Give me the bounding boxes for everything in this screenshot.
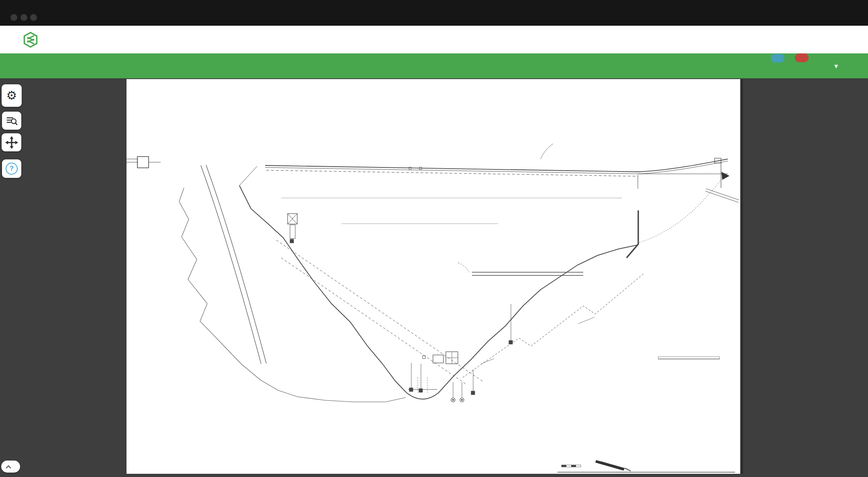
help-tool-button[interactable]: ?	[2, 159, 21, 178]
list-search-icon	[6, 115, 18, 127]
main-header	[0, 26, 868, 53]
gear-icon: ⚙	[6, 90, 17, 102]
window-maximize-button[interactable]	[30, 14, 37, 21]
legend-toggle-button[interactable]	[1, 461, 20, 473]
window-minimize-button[interactable]	[20, 14, 27, 21]
question-circle-icon: ?	[6, 163, 18, 175]
sensemetrics-logo-icon	[23, 32, 38, 48]
image-view-canvas[interactable]	[127, 79, 740, 474]
window-close-button[interactable]	[10, 14, 17, 21]
alerts-badge	[795, 53, 809, 62]
window-titlebar	[0, 0, 868, 26]
layer-search-button[interactable]	[2, 112, 21, 130]
drawing-legend-title	[658, 357, 719, 359]
engineering-drawing	[127, 79, 740, 474]
drawing-legend	[658, 357, 720, 359]
mail-badge	[771, 54, 784, 63]
site-selector[interactable]: ▼	[829, 53, 839, 78]
canvas-scrollbar[interactable]	[740, 79, 743, 474]
chevron-up-icon	[6, 465, 11, 469]
brand-logo[interactable]	[23, 26, 43, 53]
settings-button[interactable]: ⚙	[2, 84, 22, 107]
app-window: { "titlebar": {"window_dots": ["close","…	[0, 0, 868, 477]
pan-button[interactable]	[2, 133, 21, 151]
move-arrows-icon	[5, 136, 18, 149]
drawing-notes	[646, 325, 730, 327]
spatial-subnav: ▼	[0, 53, 868, 78]
chevron-down-icon: ▼	[833, 63, 839, 69]
